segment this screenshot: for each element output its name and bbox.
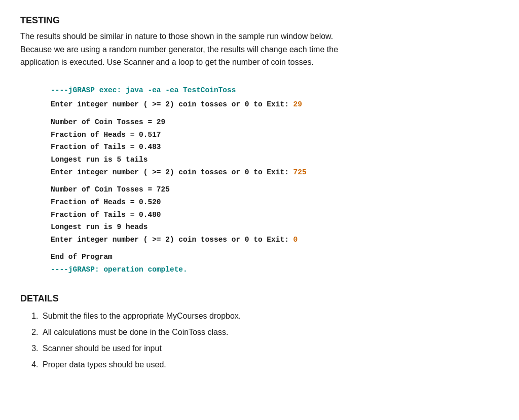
details-section: DETAILS Submit the files to the appropri… — [20, 293, 499, 373]
details-list: Submit the files to the appropriate MyCo… — [20, 308, 499, 373]
run2-result-3: Fraction of Tails = 0.480 — [51, 209, 499, 221]
run1-result-3: Fraction of Tails = 0.483 — [51, 141, 499, 154]
jgrasp-complete-footer: ----jGRASP: operation complete. — [51, 263, 499, 276]
user-input-1: 29 — [293, 100, 302, 108]
prompt-line-3: Enter integer number ( >= 2) coin tosses… — [51, 234, 499, 246]
prompt-line-1: Enter integer number ( >= 2) coin tosses… — [51, 98, 499, 111]
user-input-3: 0 — [293, 236, 298, 244]
detail-item-2: All calculations must be done in the Coi… — [41, 324, 499, 340]
run1-result-4: Longest run is 5 tails — [51, 154, 499, 166]
run2-result-4: Longest run is 9 heads — [51, 221, 499, 234]
end-program-line: End of Program — [51, 251, 499, 263]
testing-title: TESTING — [20, 15, 499, 26]
detail-item-4: Proper data types should be used. — [41, 357, 499, 373]
detail-item-3: Scanner should be used for input — [41, 340, 499, 357]
run1-result-1: Number of Coin Tosses = 29 — [51, 116, 499, 129]
run1-result-2: Fraction of Heads = 0.517 — [51, 129, 499, 141]
intro-line1: The results should be similar in nature … — [20, 32, 333, 41]
testing-section: TESTING The results should be similar in… — [20, 15, 499, 69]
blank-3 — [51, 246, 499, 251]
intro-line3: application is executed. Use Scanner and… — [20, 58, 314, 66]
testing-intro: The results should be similar in nature … — [20, 30, 499, 69]
jgrasp-exec-header: ----jGRASP exec: java -ea -ea TestCoinTo… — [51, 84, 499, 97]
blank-2 — [51, 178, 499, 183]
details-title: DETAILS — [20, 293, 499, 304]
console-output: ----jGRASP exec: java -ea -ea TestCoinTo… — [20, 79, 499, 281]
blank-1 — [51, 111, 499, 116]
prompt-line-2: Enter integer number ( >= 2) coin tosses… — [51, 166, 499, 179]
detail-item-1: Submit the files to the appropriate MyCo… — [41, 308, 499, 324]
intro-line2: Because we are using a random number gen… — [20, 45, 338, 54]
user-input-2: 725 — [293, 168, 307, 176]
run2-result-2: Fraction of Heads = 0.520 — [51, 196, 499, 209]
run2-result-1: Number of Coin Tosses = 725 — [51, 183, 499, 196]
